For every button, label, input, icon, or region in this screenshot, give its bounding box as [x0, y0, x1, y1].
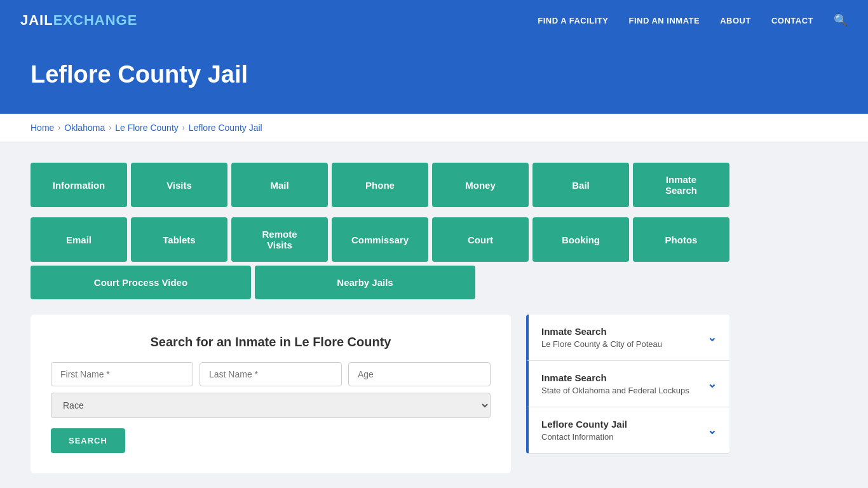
commissary-button[interactable]: Commissary — [332, 217, 428, 262]
oklahoma-breadcrumb[interactable]: Oklahoma — [64, 123, 105, 133]
logo[interactable]: JAILEXCHANGE — [20, 12, 137, 29]
remote-visits-button[interactable]: Remote Visits — [231, 217, 328, 262]
first-name-input[interactable] — [51, 362, 193, 386]
two-col-layout: Search for an Inmate in Le Flore County … — [31, 315, 729, 473]
sidebar-item-subtitle-1: Le Flore County & City of Poteau — [541, 339, 662, 349]
sep3: › — [182, 123, 185, 132]
logo-jail: JAIL — [20, 12, 53, 29]
nav-buttons-row1: Information Visits Mail Phone Money Bail… — [31, 163, 729, 207]
sidebar-item-subtitle-2: State of Oklahoma and Federal Lockups — [541, 386, 689, 395]
nearby-jails-button[interactable]: Nearby Jails — [255, 266, 475, 299]
search-section: Search for an Inmate in Le Flore County … — [31, 315, 511, 473]
photos-button[interactable]: Photos — [633, 217, 729, 262]
sidebar-item-text-3: Leflore County Jail Contact Information — [541, 419, 627, 442]
chevron-down-icon-2: ⌄ — [707, 377, 717, 391]
sidebar-item-text-1: Inmate Search Le Flore County & City of … — [541, 326, 662, 349]
booking-button[interactable]: Booking — [532, 217, 629, 262]
court-button[interactable]: Court — [432, 217, 529, 262]
sidebar-item-text-2: Inmate Search State of Oklahoma and Fede… — [541, 372, 689, 395]
last-name-input[interactable] — [200, 362, 342, 386]
visits-button[interactable]: Visits — [131, 163, 227, 207]
navbar-links: FIND A FACILITY FIND AN INMATE ABOUT CON… — [538, 13, 848, 27]
court-process-video-button[interactable]: Court Process Video — [31, 266, 251, 299]
breadcrumb: Home › Oklahoma › Le Flore County › Lefl… — [31, 123, 837, 133]
inmate-search-button[interactable]: Inmate Search — [633, 163, 729, 207]
navbar: JAILEXCHANGE FIND A FACILITY FIND AN INM… — [0, 0, 868, 41]
sidebar-item-inmate-search-2[interactable]: Inmate Search State of Oklahoma and Fede… — [526, 361, 729, 407]
find-an-inmate-link[interactable]: FIND AN INMATE — [628, 16, 700, 25]
phone-button[interactable]: Phone — [332, 163, 428, 207]
about-link[interactable]: ABOUT — [720, 16, 751, 25]
sidebar-item-inmate-search-1[interactable]: Inmate Search Le Flore County & City of … — [526, 315, 729, 361]
sidebar-item-subtitle-3: Contact Information — [541, 432, 627, 442]
search-submit-button[interactable]: SEARCH — [51, 428, 125, 453]
sep2: › — [109, 123, 111, 132]
sidebar-item-title-1: Inmate Search — [541, 326, 662, 337]
find-a-facility-link[interactable]: FIND A FACILITY — [538, 16, 608, 25]
contact-link[interactable]: CONTACT — [771, 16, 813, 25]
tablets-button[interactable]: Tablets — [131, 217, 227, 262]
search-inputs: Race White Black Hispanic Asian Other — [51, 362, 491, 418]
chevron-down-icon-3: ⌄ — [707, 423, 717, 437]
race-select[interactable]: Race White Black Hispanic Asian Other — [51, 393, 491, 418]
sidebar-item-title-2: Inmate Search — [541, 372, 689, 383]
logo-exchange: EXCHANGE — [53, 12, 138, 29]
page-title: Leflore County Jail — [31, 61, 837, 88]
nav-buttons-row2: Email Tablets Remote Visits Commissary C… — [31, 217, 729, 262]
nav-buttons-row3: Court Process Video Nearby Jails — [31, 266, 475, 299]
information-button[interactable]: Information — [31, 163, 127, 207]
bail-button[interactable]: Bail — [532, 163, 629, 207]
email-button[interactable]: Email — [31, 217, 127, 262]
hero-section: Leflore County Jail — [0, 41, 868, 114]
breadcrumb-bar: Home › Oklahoma › Le Flore County › Lefl… — [0, 114, 868, 142]
sidebar-item-contact-info[interactable]: Leflore County Jail Contact Information … — [526, 407, 729, 454]
money-button[interactable]: Money — [432, 163, 529, 207]
sidebar-item-title-3: Leflore County Jail — [541, 419, 627, 430]
search-icon-button[interactable]: 🔍 — [834, 13, 848, 27]
mail-button[interactable]: Mail — [231, 163, 328, 207]
chevron-down-icon-1: ⌄ — [707, 330, 717, 344]
le-flore-county-breadcrumb[interactable]: Le Flore County — [115, 123, 179, 133]
leflore-jail-breadcrumb: Leflore County Jail — [189, 123, 262, 133]
sep1: › — [58, 123, 60, 132]
sidebar: Inmate Search Le Flore County & City of … — [526, 315, 729, 473]
main-area: Information Visits Mail Phone Money Bail… — [0, 142, 868, 488]
home-breadcrumb[interactable]: Home — [31, 123, 54, 133]
search-title: Search for an Inmate in Le Flore County — [51, 335, 491, 349]
age-input[interactable] — [348, 362, 491, 386]
